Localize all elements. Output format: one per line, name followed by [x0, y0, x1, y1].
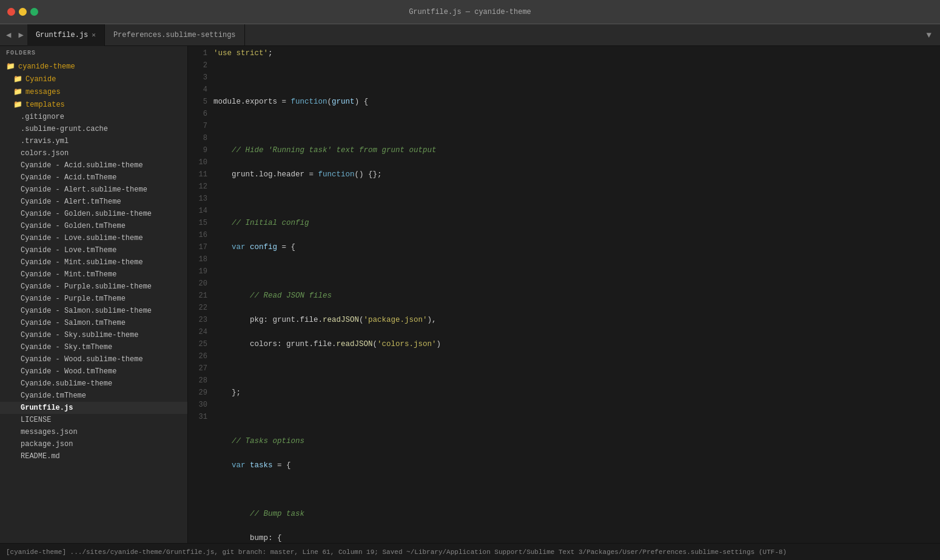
sidebar-label: Cyanide - Mint.sublime-theme [21, 258, 143, 267]
sidebar-label: messages [25, 88, 61, 96]
sidebar-item-sky-theme[interactable]: Cyanide - Sky.sublime-theme [0, 329, 187, 341]
sidebar-label: Cyanide - Mint.tmTheme [21, 270, 116, 279]
sidebar-label: Cyanide - Purple.sublime-theme [21, 282, 152, 291]
sidebar-label: templates [25, 101, 65, 109]
main-container: ◀ ▶ Gruntfile.js ✕ Preferences.sublime-s… [0, 24, 940, 560]
folder-icon: 📁 [13, 87, 22, 96]
sidebar-item-wood-theme[interactable]: Cyanide - Wood.sublime-theme [0, 353, 187, 365]
editor-area[interactable]: 1 2 3 4 5 6 7 8 9 10 11 12 13 14 15 16 1… [188, 46, 940, 543]
line-numbers: 1 2 3 4 5 6 7 8 9 10 11 12 13 14 15 16 1… [188, 46, 213, 543]
sidebar-item-sublime-grunt-cache[interactable]: .sublime-grunt.cache [0, 123, 187, 135]
nav-forward-button[interactable]: ▶ [15, 30, 27, 40]
sidebar-label: Cyanide - Wood.tmTheme [21, 367, 116, 376]
tab-preferences-label: Preferences.sublime-settings [113, 31, 236, 39]
sidebar-item-wood-tmtheme[interactable]: Cyanide - Wood.tmTheme [0, 365, 187, 378]
sidebar-label: Cyanide - Alert.sublime-theme [21, 185, 147, 194]
close-button[interactable] [7, 8, 15, 16]
sidebar-label: Cyanide.tmTheme [21, 392, 86, 400]
tab-dropdown-button[interactable]: ▼ [921, 30, 938, 40]
sidebar-item-golden-tmtheme[interactable]: Cyanide - Golden.tmTheme [0, 220, 187, 232]
window-controls [7, 8, 38, 16]
sidebar-item-cyanide-sublime-theme[interactable]: Cyanide.sublime-theme [0, 378, 187, 390]
sidebar-item-messages-json[interactable]: messages.json [0, 426, 187, 438]
sidebar-label: .travis.yml [21, 137, 69, 145]
sidebar-item-mint-theme[interactable]: Cyanide - Mint.sublime-theme [0, 256, 187, 268]
maximize-button[interactable] [30, 8, 38, 16]
sidebar-item-gruntfile[interactable]: Gruntfile.js [0, 402, 187, 414]
sidebar-label: cyanide-theme [18, 62, 75, 71]
sidebar-item-golden-theme[interactable]: Cyanide - Golden.sublime-theme [0, 208, 187, 220]
sidebar-label: Cyanide - Golden.sublime-theme [21, 210, 152, 218]
sidebar-label: Gruntfile.js [21, 404, 73, 412]
sidebar-item-package-json[interactable]: package.json [0, 438, 187, 450]
sidebar-label: Cyanide - Salmon.sublime-theme [21, 307, 152, 315]
sidebar-item-colors-json[interactable]: colors.json [0, 147, 187, 159]
sidebar-item-alert-tmtheme[interactable]: Cyanide - Alert.tmTheme [0, 196, 187, 208]
sidebar-label: Cyanide [25, 75, 56, 84]
sidebar-item-readme[interactable]: README.md [0, 450, 187, 462]
sidebar-label: Cyanide - Salmon.tmTheme [21, 319, 126, 327]
sidebar-item-acid-tmtheme[interactable]: Cyanide - Acid.tmTheme [0, 172, 187, 184]
sidebar-label: Cyanide - Golden.tmTheme [21, 222, 126, 230]
sidebar-item-acid-theme[interactable]: Cyanide - Acid.sublime-theme [0, 159, 187, 172]
sidebar-item-gitignore[interactable]: .gitignore [0, 111, 187, 123]
sidebar-item-templates[interactable]: 📁 templates [0, 98, 187, 111]
sidebar-label: LICENSE [21, 416, 51, 424]
sidebar-label: colors.json [21, 149, 69, 158]
folder-icon: 📁 [13, 75, 22, 84]
sidebar-label: messages.json [21, 428, 78, 436]
minimize-button[interactable] [19, 8, 27, 16]
folder-icon: 📁 [6, 62, 15, 71]
tab-gruntfile-label: Gruntfile.js [36, 31, 88, 39]
sidebar-item-alert-theme[interactable]: Cyanide - Alert.sublime-theme [0, 184, 187, 196]
sidebar-item-cyanide-theme[interactable]: 📁 cyanide-theme [0, 60, 187, 73]
status-bar: [cyanide-theme] .../sites/cyanide-theme/… [0, 543, 940, 560]
title-text: Gruntfile.js — cyanide-theme [409, 8, 531, 16]
sidebar-item-cyanide-tmtheme[interactable]: Cyanide.tmTheme [0, 390, 187, 402]
sidebar-label: .sublime-grunt.cache [21, 125, 108, 133]
sidebar-label: package.json [21, 440, 73, 448]
sidebar-item-cyanide[interactable]: 📁 Cyanide [0, 73, 187, 85]
sidebar-item-love-theme[interactable]: Cyanide - Love.sublime-theme [0, 232, 187, 244]
sidebar-label: Cyanide - Sky.sublime-theme [21, 331, 138, 339]
sidebar-label: Cyanide - Alert.tmTheme [21, 198, 121, 206]
folder-icon: 📁 [13, 100, 22, 109]
sidebar-item-mint-tmtheme[interactable]: Cyanide - Mint.tmTheme [0, 268, 187, 281]
title-bar: Gruntfile.js — cyanide-theme [0, 0, 940, 24]
sidebar-label: Cyanide - Purple.tmTheme [21, 295, 126, 303]
sidebar-label: Cyanide - Love.tmTheme [21, 246, 116, 255]
sidebar-item-purple-tmtheme[interactable]: Cyanide - Purple.tmTheme [0, 293, 187, 305]
sidebar: FOLDERS 📁 cyanide-theme 📁 Cyanide 📁 mess… [0, 46, 188, 543]
sidebar-item-love-tmtheme[interactable]: Cyanide - Love.tmTheme [0, 244, 187, 256]
sidebar-item-purple-theme[interactable]: Cyanide - Purple.sublime-theme [0, 281, 187, 293]
sidebar-item-salmon-tmtheme[interactable]: Cyanide - Salmon.tmTheme [0, 317, 187, 329]
sidebar-label: Cyanide.sublime-theme [21, 379, 112, 388]
sidebar-header: FOLDERS [0, 46, 187, 60]
tab-gruntfile[interactable]: Gruntfile.js ✕ [27, 24, 105, 46]
sidebar-item-salmon-theme[interactable]: Cyanide - Salmon.sublime-theme [0, 305, 187, 317]
sidebar-label: Cyanide - Acid.tmTheme [21, 173, 116, 182]
sidebar-item-messages[interactable]: 📁 messages [0, 85, 187, 98]
sidebar-item-sky-tmtheme[interactable]: Cyanide - Sky.tmTheme [0, 341, 187, 353]
tab-preferences[interactable]: Preferences.sublime-settings [105, 24, 245, 46]
code-content[interactable]: 'use strict'; module.exports = function(… [213, 46, 940, 543]
sidebar-label: Cyanide - Acid.sublime-theme [21, 161, 143, 170]
sidebar-label: Cyanide - Love.sublime-theme [21, 234, 143, 242]
tab-gruntfile-close[interactable]: ✕ [92, 31, 96, 39]
nav-back-button[interactable]: ◀ [2, 30, 15, 40]
content-area: FOLDERS 📁 cyanide-theme 📁 Cyanide 📁 mess… [0, 46, 940, 543]
status-text: [cyanide-theme] .../sites/cyanide-theme/… [6, 548, 787, 556]
sidebar-label: Cyanide - Sky.tmTheme [21, 343, 112, 352]
sidebar-item-license[interactable]: LICENSE [0, 414, 187, 426]
sidebar-item-travis[interactable]: .travis.yml [0, 135, 187, 147]
tab-bar: ◀ ▶ Gruntfile.js ✕ Preferences.sublime-s… [0, 24, 940, 46]
sidebar-label: Cyanide - Wood.sublime-theme [21, 355, 143, 364]
sidebar-label: README.md [21, 452, 60, 461]
sidebar-label: .gitignore [21, 113, 64, 121]
